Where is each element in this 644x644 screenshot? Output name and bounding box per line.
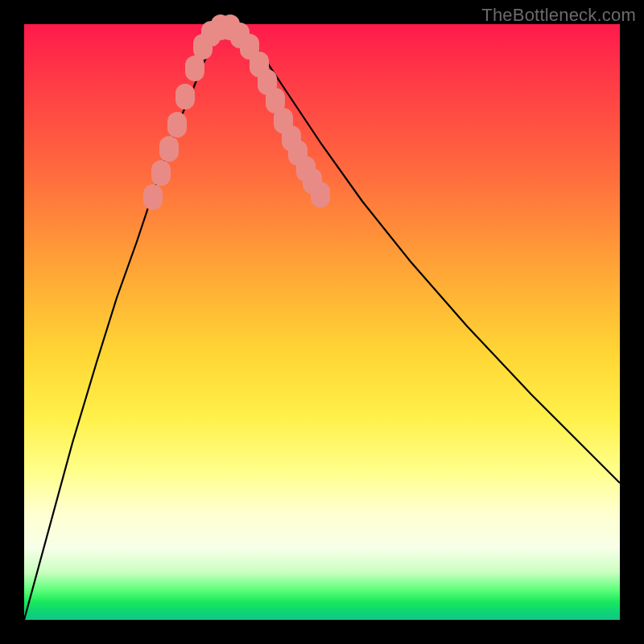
watermark-text: TheBottleneck.com [481,5,636,26]
data-dots-layer [24,24,620,620]
data-dot [143,184,163,210]
data-dot [175,84,195,109]
plot-area [24,24,620,620]
data-dot [159,136,179,162]
data-dot [167,112,187,138]
data-dot [311,182,330,208]
data-dot [151,160,171,186]
chart-frame: TheBottleneck.com [0,0,644,644]
